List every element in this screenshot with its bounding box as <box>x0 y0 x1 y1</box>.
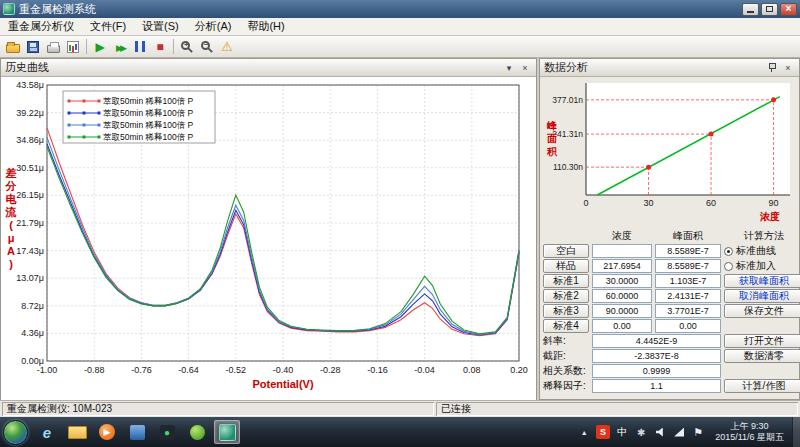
menu-item-file[interactable]: 文件(F) <box>82 17 134 36</box>
analysis-panel-close-button[interactable]: × <box>781 61 795 74</box>
taskbar-media-player-icon[interactable] <box>94 420 120 444</box>
conc-field-std4[interactable]: 0.00 <box>592 319 652 333</box>
area-field-blank[interactable]: 8.5589E-7 <box>655 244 721 258</box>
area-field-std1[interactable]: 1.103E-7 <box>655 274 721 288</box>
conc-field-std1[interactable]: 30.0000 <box>592 274 652 288</box>
svg-text:-0.88: -0.88 <box>84 365 105 375</box>
svg-text:17.43μ: 17.43μ <box>16 246 44 256</box>
save-file-button[interactable]: 保存文件 <box>724 304 800 318</box>
pin-button[interactable] <box>765 61 779 74</box>
close-button[interactable] <box>780 3 797 16</box>
toolbar-save-button[interactable] <box>23 37 43 57</box>
taskbar-heavy-metal-app-icon[interactable] <box>214 420 240 444</box>
get-peak-area-button[interactable]: 获取峰面积 <box>724 274 800 288</box>
menu-item-settings[interactable]: 设置(S) <box>134 17 187 36</box>
start-button[interactable] <box>3 420 28 445</box>
toolbar-zoom-in-button[interactable] <box>177 37 197 57</box>
row-label-std3[interactable]: 标准3 <box>543 304 589 318</box>
svg-text:-0.52: -0.52 <box>226 365 247 375</box>
toolbar-divider <box>86 39 87 54</box>
calibration-chart-canvas[interactable]: 110.30n241.31n377.01n0306090峰面积浓度 <box>540 77 799 227</box>
method-radio-1[interactable]: 标准曲线 <box>724 244 800 258</box>
svg-text:0: 0 <box>583 198 588 208</box>
app-icon <box>3 3 15 15</box>
row-label-std4[interactable]: 标准4 <box>543 319 589 333</box>
svg-text:萃取50min 稀释100倍 P: 萃取50min 稀释100倍 P <box>103 132 194 142</box>
area-field-sample[interactable]: 8.5589E-7 <box>655 259 721 273</box>
history-panel-close-button[interactable]: × <box>518 61 532 74</box>
method-radio-2[interactable]: 标准加入 <box>724 259 800 273</box>
menu-bar: 重金属分析仪文件(F)设置(S)分析(A)帮助(H) <box>0 18 800 36</box>
svg-text:面: 面 <box>547 133 557 144</box>
taskbar-ie-icon[interactable] <box>34 420 60 444</box>
svg-text:积: 积 <box>546 146 558 157</box>
menu-item-instrument[interactable]: 重金属分析仪 <box>0 17 82 36</box>
toolbar-stop-button[interactable] <box>150 37 170 57</box>
sogou-icon[interactable] <box>596 425 610 439</box>
row-label-std1[interactable]: 标准1 <box>543 274 589 288</box>
cancel-peak-area-button[interactable]: 取消峰面积 <box>724 289 800 303</box>
tray-expand-icon[interactable] <box>577 425 591 439</box>
svg-text:(: ( <box>9 219 13 231</box>
slope-field[interactable]: 4.4452E-9 <box>592 334 721 348</box>
minimize-button[interactable] <box>742 3 759 16</box>
dilution-factor-field[interactable]: 1.1 <box>592 379 721 393</box>
network-icon[interactable] <box>672 425 686 439</box>
svg-text:0.08: 0.08 <box>463 365 481 375</box>
conc-field-sample[interactable]: 217.6954 <box>592 259 652 273</box>
area-field-std2[interactable]: 2.4131E-7 <box>655 289 721 303</box>
conc-field-std3[interactable]: 90.0000 <box>592 304 652 318</box>
toolbar-warning-button[interactable] <box>217 37 237 57</box>
correlation-field[interactable]: 0.9999 <box>592 364 721 378</box>
toolbar-run-button[interactable] <box>90 37 110 57</box>
taskbar-explorer-icon[interactable] <box>64 420 90 444</box>
toolbar-open-button[interactable] <box>3 37 23 57</box>
ime-chinese-icon[interactable] <box>615 425 629 439</box>
show-desktop-button[interactable] <box>792 417 800 447</box>
tools-icon[interactable] <box>634 425 648 439</box>
print-icon <box>47 45 60 53</box>
maximize-button[interactable] <box>761 3 778 16</box>
area-field-std4[interactable]: 0.00 <box>655 319 721 333</box>
history-chart-svg: -1.00-0.88-0.76-0.64-0.52-0.40-0.28-0.16… <box>1 77 535 400</box>
radio-icon <box>724 247 733 256</box>
taskbar-app-dark-icon[interactable] <box>154 420 180 444</box>
pause-icon <box>135 41 145 52</box>
status-bar: 重金属检测仪: 10M-023 已连接 <box>0 400 800 417</box>
menu-item-help[interactable]: 帮助(H) <box>239 17 292 36</box>
svg-text:26.15μ: 26.15μ <box>16 190 44 200</box>
row-label-blank[interactable]: 空白 <box>543 244 589 258</box>
toolbar-pause-button[interactable] <box>130 37 150 57</box>
conc-field-blank[interactable] <box>592 244 652 258</box>
toolbar-print-button[interactable] <box>43 37 63 57</box>
calc-plot-button[interactable]: 计算/作图 <box>724 379 800 393</box>
intercept-field[interactable]: -2.3837E-8 <box>592 349 721 363</box>
panel-dropdown-button[interactable]: ▾ <box>502 61 516 74</box>
toolbar-zoom-out-button[interactable] <box>197 37 217 57</box>
slope-label: 斜率: <box>543 334 589 348</box>
analysis-panel-title: 数据分析 <box>544 60 763 75</box>
row-label-std2[interactable]: 标准2 <box>543 289 589 303</box>
history-panel: 历史曲线 ▾ × -1.00-0.88-0.76-0.64-0.52-0.40-… <box>0 58 537 400</box>
menu-item-analysis[interactable]: 分析(A) <box>187 17 240 36</box>
row-label-sample[interactable]: 样品 <box>543 259 589 273</box>
volume-icon[interactable] <box>653 425 667 439</box>
toolbar-chart-button[interactable] <box>63 37 83 57</box>
open-icon <box>6 44 20 53</box>
svg-text:21.79μ: 21.79μ <box>16 218 44 228</box>
svg-text:): ) <box>9 258 13 270</box>
toolbar-run-all-button[interactable] <box>110 37 130 57</box>
taskbar-app-green-icon[interactable] <box>184 420 210 444</box>
taskbar-app-blue-icon[interactable] <box>124 420 150 444</box>
clear-data-button[interactable]: 数据清零 <box>724 349 800 363</box>
action-center-icon[interactable] <box>691 425 705 439</box>
device-status: 重金属检测仪: 10M-023 <box>2 402 434 416</box>
svg-text:43.58μ: 43.58μ <box>16 80 44 90</box>
area-field-std3[interactable]: 3.7701E-7 <box>655 304 721 318</box>
open-file-button[interactable]: 打开文件 <box>724 334 800 348</box>
history-chart-canvas[interactable]: -1.00-0.88-0.76-0.64-0.52-0.40-0.28-0.16… <box>1 77 536 400</box>
taskbar-clock[interactable]: 上午 9:30 2015/11/6 星期五 <box>709 421 790 443</box>
history-panel-title: 历史曲线 <box>5 60 500 75</box>
conc-field-std2[interactable]: 60.0000 <box>592 289 652 303</box>
svg-text:差: 差 <box>5 167 17 179</box>
